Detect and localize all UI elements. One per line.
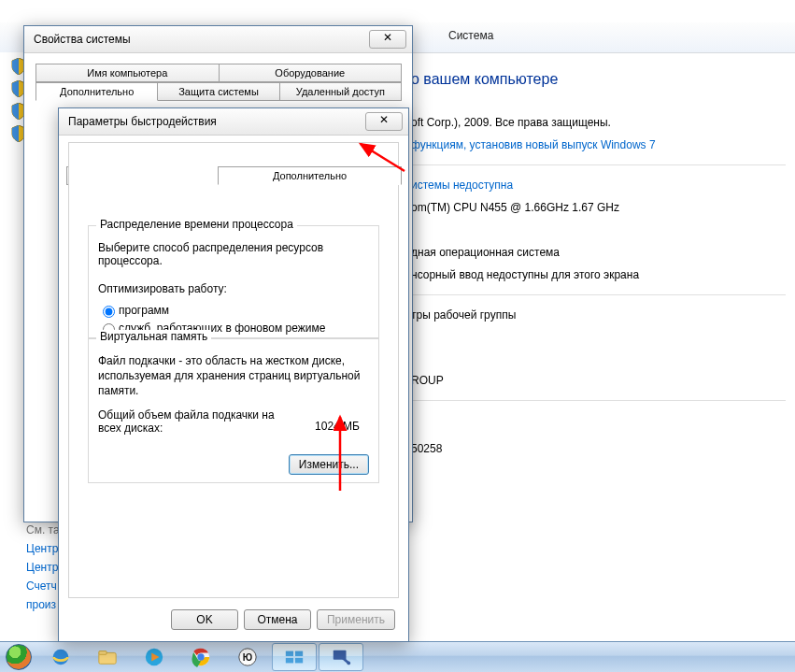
workgroup-label: тры рабочей группы: [411, 308, 786, 322]
vm-total-value: 1024 МБ: [315, 420, 360, 433]
see-also-link[interactable]: Центр: [26, 542, 60, 555]
svg-rect-12: [286, 658, 293, 664]
taskbar-chrome[interactable]: [178, 643, 223, 671]
proc-desc: Выберите способ распределения ресурсов п…: [98, 241, 369, 267]
upgrade-link[interactable]: функциям, установив новый выпуск Windows…: [411, 138, 656, 151]
tab-hardware[interactable]: Оборудование: [219, 64, 403, 82]
svg-point-15: [347, 662, 350, 665]
tab-remote[interactable]: Удаленный доступ: [279, 82, 402, 101]
svg-rect-10: [286, 651, 293, 657]
separator: [411, 294, 786, 295]
radio-programs-label: программ: [119, 304, 169, 317]
see-also-panel: См. та Центр Центр Счетч произ: [26, 523, 60, 617]
perf-tab-body: Распределение времени процессора Выберит…: [68, 142, 399, 598]
svg-point-7: [197, 653, 204, 660]
taskbar-app-monitor[interactable]: [319, 643, 363, 671]
start-button[interactable]: [0, 642, 37, 672]
pen-text: нсорный ввод недоступны для этого экрана: [411, 268, 786, 281]
tab-computer-name[interactable]: Имя компьютера: [35, 64, 220, 82]
vm-desc: Файл подкачки - это область на жестком д…: [98, 353, 369, 399]
tab-advanced[interactable]: Дополнительно: [35, 82, 158, 101]
sysprop-tabs: Имя компьютера Оборудование Дополнительн…: [35, 64, 401, 101]
product-id: 50258: [411, 442, 786, 455]
close-button[interactable]: ✕: [369, 30, 406, 49]
group-legend: Распределение времени процессора: [96, 218, 297, 231]
virtual-memory-group: Виртуальная память Файл подкачки - это о…: [88, 337, 379, 483]
separator: [411, 400, 786, 401]
see-also-link[interactable]: Центр: [26, 561, 60, 574]
dialog-titlebar[interactable]: Свойства системы ✕: [24, 26, 412, 53]
taskbar-app-yu[interactable]: Ю: [225, 643, 270, 671]
close-button[interactable]: ✕: [365, 112, 403, 131]
taskbar-explorer[interactable]: [85, 643, 130, 671]
rating-link[interactable]: истемы недоступна: [411, 179, 513, 192]
cancel-button[interactable]: Отмена: [244, 609, 311, 630]
svg-rect-13: [295, 658, 303, 664]
group-legend: Виртуальная память: [96, 330, 211, 343]
performance-options-dialog: Параметры быстродействия ✕ Предотвращени…: [58, 107, 409, 642]
radio-programs-input[interactable]: [103, 306, 115, 318]
svg-rect-11: [295, 651, 303, 657]
see-also-link[interactable]: Счетч: [26, 579, 60, 593]
separator: [411, 164, 786, 165]
optimize-label: Оптимизировать работу:: [98, 282, 369, 295]
dialog-buttons: OK Отмена Применить: [171, 609, 395, 630]
cpu-text: om(TM) CPU N455 @ 1.66GHz 1.67 GHz: [411, 201, 786, 214]
taskbar[interactable]: Ю: [0, 641, 795, 672]
svg-point-2: [53, 650, 69, 665]
svg-text:Ю: Ю: [243, 652, 252, 663]
os-bit-text: дная операционная система: [411, 246, 786, 259]
dialog-title-text: Свойства системы: [34, 33, 131, 46]
page-title: о вашем компьютере: [411, 71, 786, 88]
tab-advanced[interactable]: Дополнительно: [218, 166, 402, 185]
workgroup-value: ROUP: [411, 374, 786, 387]
vm-total-label: Общий объем файла подкачки на всех диска…: [98, 408, 285, 435]
ok-button[interactable]: OK: [171, 609, 238, 630]
taskbar-control-panel[interactable]: [272, 643, 317, 671]
taskbar-mediaplayer[interactable]: [132, 643, 177, 671]
radio-programs[interactable]: программ: [98, 303, 169, 318]
taskbar-ie[interactable]: [38, 643, 83, 671]
svg-rect-4: [99, 651, 106, 655]
dialog-titlebar[interactable]: Параметры быстродействия ✕: [59, 108, 408, 136]
change-button[interactable]: Изменить...: [289, 454, 369, 475]
dialog-title-text: Параметры быстродействия: [68, 115, 217, 128]
apply-button[interactable]: Применить: [317, 609, 395, 630]
tab-system-protection[interactable]: Защита системы: [157, 82, 279, 101]
see-also-label: См. та: [26, 523, 60, 536]
breadcrumb-system: Система: [448, 29, 493, 42]
see-also-link[interactable]: произ: [26, 598, 60, 611]
processor-scheduling-group: Распределение времени процессора Выберит…: [88, 225, 379, 339]
copyright-text: oft Corp.), 2009. Все права защищены.: [411, 116, 786, 129]
